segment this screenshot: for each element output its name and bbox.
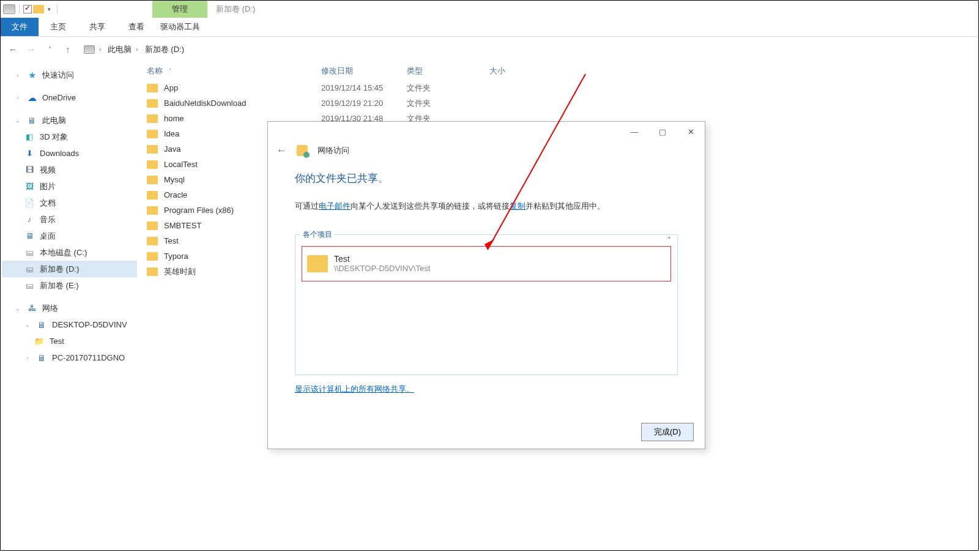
file-name: 英雄时刻 [164, 266, 196, 277]
pc-icon: 🖥 [36, 353, 47, 363]
chevron-right-icon[interactable]: › [134, 46, 139, 53]
sidebar-network[interactable]: ⌄🖧网络 [2, 300, 137, 316]
sidebar-pictures[interactable]: 🖼图片 [2, 178, 137, 195]
back-button[interactable]: ← [6, 42, 20, 57]
shared-item-path: \\DESKTOP-D5DVINV\Test [334, 264, 430, 273]
folder-icon [147, 222, 158, 230]
up-button[interactable]: ↑ [61, 42, 75, 57]
file-date: 2019/12/19 21:20 [321, 99, 407, 108]
folder-icon [147, 252, 158, 261]
show-all-shares-link[interactable]: 显示该计算机上的所有网络共享。 [295, 384, 414, 395]
folder-icon [147, 84, 158, 92]
pc-icon: 🖥 [36, 320, 47, 330]
minimize-button[interactable]: — [620, 123, 648, 141]
folder-icon [147, 145, 158, 154]
file-type: 文件夹 [407, 98, 489, 109]
cube-icon: ◧ [24, 132, 35, 142]
recent-locations-button[interactable]: ˅ [42, 42, 57, 57]
drive-icon [84, 45, 95, 54]
breadcrumb-pc[interactable]: 此电脑 [108, 44, 132, 55]
sidebar-3d-objects[interactable]: ◧3D 对象 [2, 129, 137, 145]
tab-view[interactable]: 查看 [117, 18, 156, 36]
network-access-icon [297, 145, 308, 156]
cloud-icon: ☁ [26, 93, 37, 103]
folder-icon [147, 206, 158, 215]
file-row[interactable]: App2019/12/14 15:45文件夹 [147, 80, 978, 95]
sidebar-quick-access[interactable]: ›★快速访问 [2, 67, 137, 83]
file-name: Test [164, 236, 179, 245]
file-name: Typora [164, 252, 188, 261]
chevron-right-icon[interactable]: › [97, 46, 103, 53]
star-icon: ★ [26, 70, 37, 80]
sidebar-music[interactable]: ♪音乐 [2, 211, 137, 228]
sidebar-net-host2[interactable]: ›🖥PC-20170711DGNO [2, 349, 137, 366]
sidebar-d-drive[interactable]: 🖴新加卷 (D:) [2, 261, 137, 277]
window-titlebar: ▾ 管理 新加卷 (D:) [1, 1, 978, 18]
contextual-tab-label: 管理 [152, 1, 207, 18]
sidebar-desktop[interactable]: 🖥桌面 [2, 228, 137, 244]
shared-item[interactable]: Test \\DESKTOP-D5DVINV\Test [302, 246, 671, 282]
file-name: Java [164, 144, 180, 154]
file-name: SMBTEST [164, 221, 201, 230]
folder-icon [147, 191, 158, 200]
download-icon: ⬇ [24, 149, 35, 159]
folder-icon [147, 160, 158, 169]
tab-share[interactable]: 共享 [78, 18, 117, 36]
folder-share-icon: 📁 [34, 337, 45, 346]
sidebar-onedrive[interactable]: ›☁OneDrive [2, 89, 137, 106]
file-name: Idea [164, 129, 179, 138]
forward-button[interactable]: → [24, 42, 39, 57]
hdd-icon: 🖴 [24, 248, 35, 258]
email-link[interactable]: 电子邮件 [319, 201, 351, 211]
sidebar-downloads[interactable]: ⬇Downloads [2, 145, 137, 162]
file-row[interactable]: BaiduNetdiskDownload2019/12/19 21:20文件夹 [147, 95, 978, 111]
window-title: 新加卷 (D:) [216, 4, 255, 15]
music-icon: ♪ [24, 215, 35, 225]
sidebar-videos[interactable]: 🎞视频 [2, 162, 137, 178]
network-icon: 🖧 [26, 304, 37, 313]
sidebar-net-host1[interactable]: ⌄🖥DESKTOP-D5DVINV [2, 316, 137, 333]
folder-icon [147, 99, 158, 108]
shared-items-fieldset: 各个项目 ˄ Test \\DESKTOP-D5DVINV\Test [295, 234, 678, 375]
dialog-back-button[interactable]: ← [277, 144, 287, 157]
network-access-dialog: — ▢ ✕ ← 网络访问 你的文件夹已共享。 可通过电子邮件向某个人发送到这些共… [267, 121, 705, 449]
chevron-up-icon[interactable]: ˄ [667, 236, 671, 245]
column-type[interactable]: 类型 [407, 65, 489, 76]
maximize-button[interactable]: ▢ [648, 123, 677, 141]
drive-icon [3, 4, 15, 14]
tab-home[interactable]: 主页 [39, 18, 78, 36]
sidebar-net-share[interactable]: 📁Test [2, 333, 137, 349]
tab-drive-tools[interactable]: 驱动器工具 [152, 18, 207, 37]
qat-newfolder-icon[interactable] [33, 5, 44, 13]
done-button[interactable]: 完成(D) [641, 423, 694, 441]
dialog-title: 网络访问 [317, 145, 349, 156]
column-headers: 名称˄ 修改日期 类型 大小 [138, 62, 978, 80]
ribbon: 文件 主页 共享 查看 驱动器工具 [1, 18, 978, 37]
file-name: App [164, 83, 178, 92]
qat-properties-icon[interactable] [23, 5, 32, 13]
column-name[interactable]: 名称˄ [147, 65, 321, 76]
sidebar-this-pc[interactable]: ⌄🖥此电脑 [2, 112, 137, 129]
file-tab[interactable]: 文件 [1, 18, 39, 36]
fieldset-legend: 各个项目 [300, 229, 335, 240]
copy-link[interactable]: 复制 [510, 201, 525, 211]
breadcrumb[interactable]: › 此电脑› 新加卷 (D:) [81, 43, 187, 56]
folder-icon [147, 267, 158, 276]
picture-icon: 🖼 [24, 182, 35, 192]
dialog-titlebar: — ▢ ✕ [268, 122, 705, 142]
sidebar-e-drive[interactable]: 🖴新加卷 (E:) [2, 277, 137, 294]
breadcrumb-drive[interactable]: 新加卷 (D:) [145, 44, 184, 55]
pc-icon: 🖥 [26, 116, 37, 125]
folder-icon [147, 130, 158, 138]
video-icon: 🎞 [24, 165, 35, 175]
column-size[interactable]: 大小 [489, 65, 551, 76]
column-modified[interactable]: 修改日期 [321, 65, 407, 76]
sidebar-c-drive[interactable]: 🖴本地磁盘 (C:) [2, 244, 137, 261]
qat-customize-icon[interactable]: ▾ [45, 6, 53, 12]
close-button[interactable]: ✕ [677, 123, 705, 141]
sidebar-documents[interactable]: 📄文档 [2, 195, 137, 211]
folder-icon [147, 114, 158, 123]
nav-toolbar: ← → ˅ ↑ › 此电脑› 新加卷 (D:) [1, 37, 978, 62]
file-type: 文件夹 [407, 83, 489, 94]
file-name: home [164, 114, 184, 123]
